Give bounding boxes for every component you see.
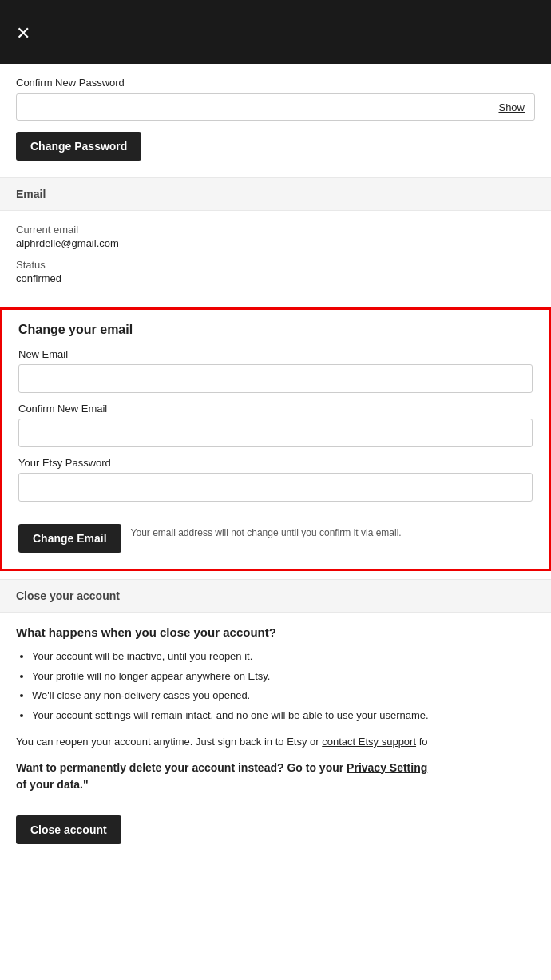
- change-email-button[interactable]: Change Email: [18, 524, 121, 553]
- email-info: Current email alphrdelle@gmail.com Statu…: [0, 211, 551, 307]
- confirm-note: Your email address will not change until…: [131, 527, 533, 538]
- new-email-field: New Email: [18, 348, 533, 393]
- status-value: confirmed: [16, 272, 535, 284]
- etsy-password-input[interactable]: [18, 473, 533, 502]
- confirm-password-input[interactable]: [17, 94, 489, 120]
- email-section-header: Email: [0, 177, 551, 211]
- reopen-text: You can reopen your account anytime. Jus…: [16, 734, 535, 750]
- status-label: Status: [16, 259, 535, 271]
- etsy-password-field: Your Etsy Password: [18, 457, 533, 502]
- change-email-row: Change Email Your email address will not…: [18, 513, 533, 553]
- close-account-button[interactable]: Close account: [16, 815, 121, 844]
- confirm-password-label: Confirm New Password: [16, 77, 535, 89]
- change-email-title: Change your email: [18, 323, 533, 337]
- confirm-email-input[interactable]: [18, 419, 533, 447]
- close-account-section: What happens when you close your account…: [0, 613, 551, 860]
- change-password-button[interactable]: Change Password: [16, 132, 141, 161]
- contact-etsy-link[interactable]: contact Etsy support: [322, 736, 416, 748]
- current-email-label: Current email: [16, 224, 535, 236]
- change-email-form: Change your email New Email Confirm New …: [0, 307, 551, 571]
- close-icon[interactable]: ✕: [16, 25, 30, 42]
- confirm-password-input-row: Show: [16, 93, 535, 121]
- current-email-value: alphrdelle@gmail.com: [16, 237, 535, 249]
- bullet-2: Your profile will no longer appear anywh…: [32, 669, 535, 684]
- new-email-label: New Email: [18, 348, 533, 360]
- delete-text: Want to permanently delete your account …: [16, 760, 535, 793]
- bullet-3: We'll close any non-delivery cases you o…: [32, 688, 535, 704]
- new-email-input[interactable]: [18, 364, 533, 393]
- etsy-password-label: Your Etsy Password: [18, 457, 533, 469]
- privacy-settings-link[interactable]: Privacy Setting: [347, 761, 427, 774]
- confirm-email-label: Confirm New Email: [18, 403, 533, 415]
- top-bar: ✕: [0, 0, 551, 64]
- close-account-section-header: Close your account: [0, 579, 551, 613]
- confirm-email-field: Confirm New Email: [18, 403, 533, 447]
- close-account-title: What happens when you close your account…: [16, 625, 535, 639]
- bullet-4: Your account settings will remain intact…: [32, 708, 535, 724]
- password-section-partial: Confirm New Password Show Change Passwor…: [0, 64, 551, 177]
- main-content: Confirm New Password Show Change Passwor…: [0, 64, 551, 980]
- close-account-bullets: Your account will be inactive, until you…: [16, 649, 535, 723]
- show-password-button[interactable]: Show: [489, 95, 534, 120]
- bullet-1: Your account will be inactive, until you…: [32, 649, 535, 665]
